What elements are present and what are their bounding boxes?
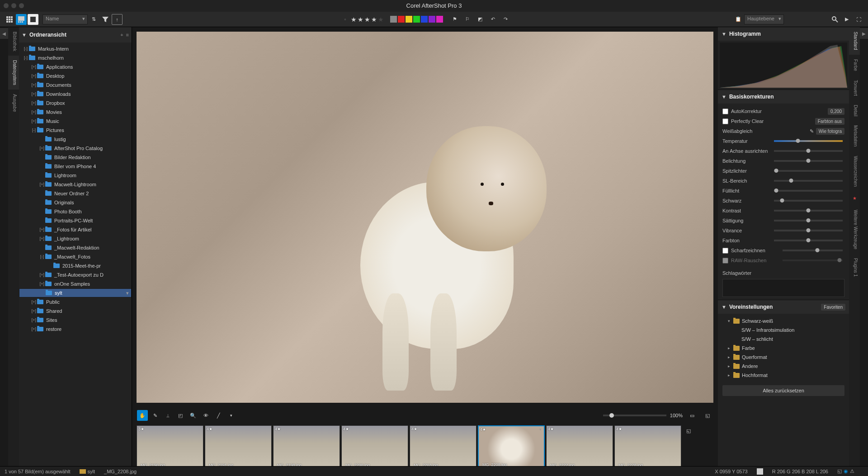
folder-node[interactable]: Lightroom bbox=[19, 171, 132, 180]
picker-tool[interactable]: ✎ bbox=[150, 410, 160, 421]
filmstrip-options[interactable]: ◱ bbox=[683, 425, 694, 436]
folder-node[interactable]: [+]Documents bbox=[19, 80, 132, 90]
straighten-tool[interactable]: ◰ bbox=[175, 410, 186, 421]
folder-node[interactable]: Originals bbox=[19, 198, 132, 207]
right-tab[interactable]: Standard bbox=[849, 27, 860, 55]
folder-node[interactable]: [+]onOne Samples bbox=[19, 279, 132, 288]
thumbnail[interactable]: 4★_MG_2222.jpg bbox=[546, 425, 613, 469]
folder-node[interactable]: [+]Dropbox bbox=[19, 99, 132, 108]
zoom-tool[interactable]: 🔍 bbox=[188, 410, 198, 421]
color-label[interactable] bbox=[390, 16, 397, 23]
folder-node[interactable]: [-]mschelhorn bbox=[19, 53, 132, 62]
folder-node[interactable]: [+]_Test-Autoexport zu D bbox=[19, 270, 132, 279]
folder-node[interactable]: [+]Public bbox=[19, 297, 132, 306]
slider-row[interactable]: Fülllicht bbox=[722, 186, 844, 196]
star-dot[interactable]: • bbox=[344, 16, 350, 23]
folder-node[interactable]: [+]Movies bbox=[19, 108, 132, 117]
heal-tool[interactable]: ╱ bbox=[213, 410, 224, 421]
basic-header[interactable]: ▼Basiskorrekturen bbox=[718, 90, 849, 104]
thumbnail[interactable]: 4★_MG_2208.jpg bbox=[478, 425, 545, 469]
color-label[interactable] bbox=[436, 16, 443, 23]
folder-node[interactable]: Portraits-PC-Welt bbox=[19, 216, 132, 225]
sort-select[interactable]: Name bbox=[42, 14, 88, 24]
fit-button[interactable]: ▭ bbox=[687, 410, 698, 421]
preset-node[interactable]: ▸Andere bbox=[722, 362, 844, 371]
preset-node[interactable]: ▸Farbe bbox=[722, 344, 844, 353]
color-label[interactable] bbox=[421, 16, 428, 23]
thumbnail[interactable]: 4★_MG_2203.jpg bbox=[410, 425, 476, 469]
zoom-slider[interactable] bbox=[603, 415, 666, 416]
onetoone-button[interactable]: ◱ bbox=[702, 410, 713, 421]
preset-node[interactable]: S/W – schlicht bbox=[722, 335, 844, 344]
layers-select[interactable]: Hauptebene bbox=[744, 14, 784, 24]
slider-row[interactable]: An Achse ausrichten bbox=[722, 146, 844, 156]
panel-menu-button[interactable]: ≡ bbox=[126, 32, 129, 38]
reject-button[interactable]: ⚐ bbox=[462, 14, 473, 25]
slideshow-button[interactable]: ▶ bbox=[841, 14, 852, 25]
color-label[interactable] bbox=[406, 16, 412, 23]
star-4[interactable]: ★ bbox=[371, 16, 377, 23]
single-view-button[interactable] bbox=[16, 14, 27, 25]
left-tab-dateisystem[interactable]: Dateisystem bbox=[8, 56, 19, 90]
color-label[interactable] bbox=[413, 16, 420, 23]
slider-row[interactable]: Sättigung bbox=[722, 216, 844, 226]
folder-node[interactable]: [+]_Lightroom bbox=[19, 234, 132, 243]
folder-node[interactable]: Neuer Ordner 2 bbox=[19, 189, 132, 198]
preset-node[interactable]: ▸Hochformat bbox=[722, 371, 844, 380]
folder-node[interactable]: [+]Downloads bbox=[19, 90, 132, 99]
folder-node[interactable]: [+]Shared bbox=[19, 306, 132, 316]
image-viewer[interactable] bbox=[132, 27, 718, 407]
folder-node[interactable]: [+]AfterShot Pro Catalog bbox=[19, 144, 132, 153]
folder-node[interactable]: [-]Markus-Intern bbox=[19, 44, 132, 53]
folder-node[interactable]: Photo Booth bbox=[19, 207, 132, 216]
redo-button[interactable]: ↷ bbox=[500, 14, 511, 25]
folder-node[interactable]: [+]restore bbox=[19, 325, 132, 334]
clipboard-button[interactable]: 📋 bbox=[733, 14, 744, 25]
sharpen-row[interactable]: Scharfzeichnen bbox=[722, 245, 844, 255]
thumbnail[interactable]: 3★_MG_2190.jpg bbox=[137, 425, 203, 469]
collapse-right-button[interactable]: ▶ bbox=[860, 28, 868, 39]
slider-row[interactable]: Kontrast bbox=[722, 206, 844, 216]
preset-node[interactable]: S/W – Infrarotsimulation bbox=[722, 325, 844, 335]
slider-row[interactable]: Schwarz bbox=[722, 196, 844, 206]
rawnoise-row[interactable]: RAW-Rauschen bbox=[722, 255, 844, 265]
expand-button[interactable]: ⛶ bbox=[853, 14, 864, 25]
crop-tool-button[interactable]: ◩ bbox=[475, 14, 486, 25]
folder-node[interactable]: [-]_Macwelt_Fotos bbox=[19, 252, 132, 261]
redeye-tool[interactable]: 👁 bbox=[200, 410, 211, 421]
folder-node[interactable]: lustig bbox=[19, 135, 132, 144]
reset-all-button[interactable]: Alles zurücksetzen bbox=[722, 385, 844, 396]
thumbnail[interactable]: 4★_MG_2191.jpg bbox=[205, 425, 272, 469]
right-tab[interactable]: Wasserzeichen bbox=[849, 151, 860, 191]
folder-node[interactable]: [+]Music bbox=[19, 117, 132, 126]
right-tab[interactable]: Tonwert bbox=[849, 75, 860, 100]
add-folder-button[interactable]: + bbox=[120, 32, 123, 38]
folder-node[interactable]: Bilder Redaktion bbox=[19, 153, 132, 162]
filter-button[interactable] bbox=[100, 14, 111, 25]
sort-direction-button[interactable]: ⇅ bbox=[88, 14, 99, 25]
favorites-badge[interactable]: Favoriten bbox=[821, 304, 845, 311]
rating-stars[interactable]: • ★ ★ ★ ★ ★ bbox=[344, 16, 384, 23]
folder-node[interactable]: _Macwelt-Redaktion bbox=[19, 243, 132, 252]
folder-node[interactable]: [+]Macwelt-Lightroom bbox=[19, 180, 132, 189]
flag-button[interactable]: ⚑ bbox=[449, 14, 460, 25]
preset-node[interactable]: ▾Schwarz-weiß bbox=[722, 316, 844, 325]
right-tab[interactable]: Detail bbox=[849, 100, 860, 121]
perfectlyclear-row[interactable]: Perfectly ClearFarbton aus bbox=[722, 116, 844, 126]
color-label[interactable] bbox=[398, 16, 405, 23]
window-controls[interactable] bbox=[4, 3, 24, 8]
collapse-left-button[interactable]: ◀ bbox=[0, 28, 8, 39]
left-tab-ausgabe[interactable]: Ausgabe bbox=[8, 90, 19, 116]
slider-row[interactable]: Farbton bbox=[722, 236, 844, 245]
color-label[interactable] bbox=[429, 16, 435, 23]
star-2[interactable]: ★ bbox=[358, 16, 364, 23]
autocorrect-row[interactable]: AutoKorrektur0,200 bbox=[722, 106, 844, 116]
crop-tool[interactable]: ⟂ bbox=[162, 410, 173, 421]
slider-row[interactable]: SL-Bereich bbox=[722, 176, 844, 186]
star-5[interactable]: ★ bbox=[378, 16, 384, 23]
folder-node[interactable]: 2015-Meet-the-pr bbox=[19, 261, 132, 270]
histogram-header[interactable]: ▼Histogramm bbox=[718, 27, 849, 41]
star-1[interactable]: ★ bbox=[351, 16, 357, 23]
keywords-box[interactable] bbox=[722, 279, 844, 297]
star-3[interactable]: ★ bbox=[364, 16, 371, 23]
